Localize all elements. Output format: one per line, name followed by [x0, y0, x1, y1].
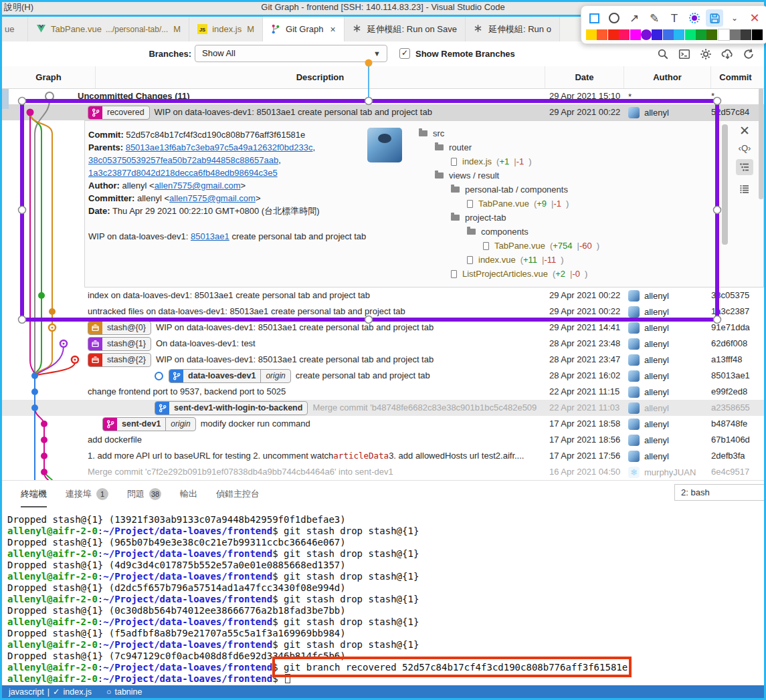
table-row[interactable]: untracked files on data-loaves-dev1: 850… [2, 304, 764, 320]
color-swatch[interactable] [741, 29, 751, 40]
tree-file[interactable]: TabPane.vue( +754 | -60 ) [419, 239, 599, 253]
panel-tab-偵錯主控台[interactable]: 偵錯主控台 [216, 481, 260, 507]
color-swatch[interactable] [597, 29, 607, 40]
status-language-item[interactable]: javascript | ✓ index.js [9, 687, 92, 697]
list-view-toggle[interactable] [736, 181, 753, 197]
color-swatch[interactable] [730, 29, 741, 40]
tree-folder[interactable]: components [419, 225, 599, 239]
color-swatch[interactable] [652, 29, 662, 40]
tree-folder[interactable]: views / result [419, 168, 599, 183]
table-row[interactable]: stash@{2}WIP on data-loaves-dev1: 85013a… [2, 352, 764, 368]
column-header-description[interactable]: Description [96, 66, 545, 88]
branch-label[interactable]: recovered [88, 106, 150, 120]
table-row[interactable]: 1. add more API url to baseURL for testi… [2, 448, 764, 464]
row-description: index on data-loaves-dev1: 85013ae1 crea… [88, 287, 537, 304]
refresh-icon[interactable] [743, 48, 755, 60]
color-swatch[interactable] [641, 29, 652, 40]
tab-index-js[interactable]: JSindex.jsM [189, 17, 263, 41]
table-row[interactable]: sent-dev1originmodify docker run command… [2, 416, 764, 432]
table-row[interactable]: recoveredWIP on data-loaves-dev1: 85013a… [2, 104, 764, 120]
author-email-link[interactable]: allen7575@gmail.com [155, 181, 241, 191]
tree-folder[interactable]: router [419, 140, 599, 154]
tree-folder[interactable]: project-tab [419, 211, 599, 225]
table-row[interactable]: data-loaves-dev1origincreate personal ta… [2, 368, 764, 384]
table-row[interactable]: add dockerfile17 Apr 2021 18:56allenyl67… [2, 432, 764, 448]
tab-tabpane-vue[interactable]: TabPane.vue.../personal-tab/...M [28, 17, 189, 41]
color-swatch[interactable] [685, 29, 696, 40]
table-row[interactable]: sent-dev1-with-login-to-backendMerge com… [2, 400, 764, 416]
branch-label[interactable]: sent-dev1-with-login-to-backend [155, 401, 308, 415]
column-header-date[interactable]: Date [545, 66, 624, 88]
tree-folder[interactable]: src [419, 126, 599, 140]
parent-commit-link[interactable]: 38c053750539257fea50b72ab944858c88657aab [88, 155, 278, 165]
details-scrollbar[interactable] [722, 124, 728, 245]
committer-email-link[interactable]: allen7575@gmail.com [169, 193, 256, 203]
panel-tab-問題[interactable]: 問題38 [127, 481, 161, 507]
blur-tool[interactable] [686, 9, 703, 27]
color-swatch[interactable] [630, 29, 641, 40]
tree-file[interactable]: index.js( +1 | -1 ) [419, 154, 599, 168]
tree-file[interactable]: TabPane.vue( +9 | -1 ) [419, 197, 599, 211]
branch-label[interactable]: data-loaves-dev1origin [169, 369, 291, 383]
color-swatch[interactable] [608, 29, 619, 40]
rectangle-tool[interactable] [585, 9, 603, 27]
cloud-download-icon[interactable] [721, 48, 733, 60]
terminal-icon[interactable] [678, 48, 690, 60]
close-icon[interactable]: × [330, 24, 335, 35]
pencil-tool[interactable]: ✎ [646, 9, 663, 27]
column-header-commit[interactable]: Commit [711, 66, 760, 88]
prompt-user: allenyl@aifr-2-0 [7, 594, 98, 604]
color-swatch[interactable] [718, 29, 730, 41]
terminal-output[interactable]: Dropped stash@{1} (13921f303ab9133c07a94… [2, 510, 764, 686]
arrow-tool[interactable]: ↗ [626, 9, 643, 27]
tab-git-graph[interactable]: Git Graph× [263, 17, 345, 41]
close-icon[interactable]: ✕ [746, 9, 763, 27]
table-row[interactable]: Merge commit 'c7f2e292b091b91ef07838db4a… [2, 464, 764, 480]
table-row[interactable]: stash@{1}On data-loaves-dev1: test28 Apr… [2, 336, 764, 352]
stash-label[interactable]: stash@{0} [88, 321, 151, 335]
parent-commit-link[interactable]: 85013ae13f6ab7c3eba97c5a49a12632f0bd233c [126, 142, 313, 152]
column-header-graph[interactable]: Graph [2, 66, 96, 88]
table-row[interactable]: index on data-loaves-dev1: 85013ae1 crea… [2, 287, 764, 304]
stash-label[interactable]: stash@{1} [88, 337, 151, 351]
parent-commit-link[interactable]: 1a3c23877d8042d218decca6fb48edb98694c3e5 [88, 168, 278, 178]
more-dropdown[interactable]: ⌄ [726, 9, 743, 27]
color-swatch[interactable] [674, 29, 684, 40]
commit-message-hash-link[interactable]: 85013ae1 [191, 231, 229, 241]
main-scrollbar[interactable] [759, 88, 763, 199]
color-swatch[interactable] [752, 29, 763, 40]
tree-folder[interactable]: personal-tab / components [419, 183, 599, 197]
code-review-icon[interactable]: ‹Q› [739, 143, 751, 153]
settings-icon[interactable] [700, 48, 712, 60]
panel-tab-輸出[interactable]: 輸出 [180, 481, 197, 507]
save-tool[interactable] [706, 9, 723, 27]
tree-file[interactable]: ListProjectArticles.vue( +2 | -0 ) [419, 267, 599, 281]
text-tool[interactable]: T [666, 9, 683, 27]
tab-ue[interactable]: ue [2, 17, 28, 41]
stash-label[interactable]: stash@{2} [88, 353, 151, 367]
panel-tab-終端機[interactable]: 終端機 [21, 481, 47, 507]
column-header-author[interactable]: Author [624, 66, 711, 88]
color-swatch[interactable] [706, 29, 717, 40]
ellipse-tool[interactable] [605, 9, 623, 27]
branch-label[interactable]: sent-dev1origin [102, 417, 196, 431]
search-icon[interactable] [657, 48, 669, 60]
table-row[interactable]: change frontend port to 9537, backend po… [2, 384, 764, 400]
tab-延伸模組-run-on-save[interactable]: 延伸模組: Run on Save [345, 17, 466, 41]
shell-selector[interactable]: 2: bash [674, 484, 766, 501]
color-swatch[interactable] [663, 29, 674, 40]
status-tabnine-item[interactable]: ○ tabnine [106, 687, 142, 697]
row-date: 17 Apr 2021 17:56 [549, 448, 620, 464]
branches-dropdown[interactable]: Show All ▼ [195, 45, 387, 62]
tab-延伸模組-run-o[interactable]: 延伸模組: Run o [466, 17, 560, 41]
tree-view-toggle[interactable] [736, 159, 753, 175]
table-row[interactable]: stash@{0}WIP on data-loaves-dev1: 85013a… [2, 320, 764, 336]
close-icon[interactable]: ✕ [739, 125, 750, 137]
tree-file[interactable]: index.vue( +11 | -11 ) [419, 253, 599, 267]
table-row[interactable]: Uncommitted Changes (11)29 Apr 2021 15:1… [2, 88, 764, 104]
color-swatch[interactable] [696, 29, 706, 40]
show-remote-branches-checkbox[interactable]: ✓ [399, 48, 410, 59]
color-swatch[interactable] [619, 29, 630, 40]
panel-tab-連接埠[interactable]: 連接埠1 [66, 481, 108, 507]
color-swatch[interactable] [586, 29, 597, 40]
